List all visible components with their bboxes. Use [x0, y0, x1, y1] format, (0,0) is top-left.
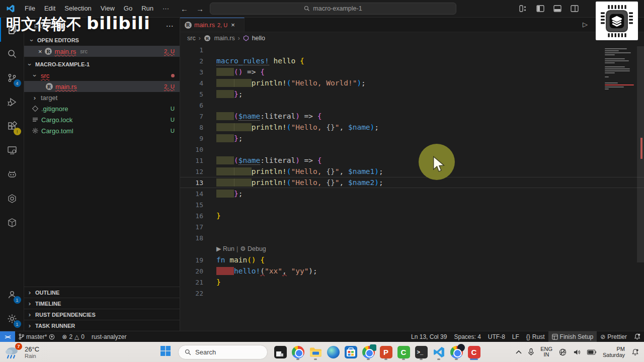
notifications-bell-item[interactable] — [630, 331, 644, 342]
breadcrumb-main-rs[interactable]: main.rs — [214, 35, 235, 42]
run-debug-icon[interactable] — [0, 90, 24, 114]
breadcrumb-hello[interactable]: hello — [252, 35, 265, 42]
nav-back-icon[interactable]: ← — [181, 5, 188, 13]
run-file-icon[interactable]: ▷ — [583, 21, 588, 28]
taskbar-app-camtasia[interactable]: C — [397, 344, 410, 360]
code-line-12[interactable]: 12 println!("Hello, {}", $name1); — [180, 166, 644, 177]
toggle-secondary-sidebar-icon[interactable] — [571, 5, 579, 12]
notification-bell-icon[interactable] — [631, 348, 639, 356]
taskbar-app-black-app[interactable] — [274, 344, 287, 360]
line-col-item[interactable]: Ln 13, Col 39 — [408, 331, 450, 342]
code-line-2[interactable]: 2macro_rules! hello { — [180, 55, 644, 66]
toggle-panel-icon[interactable] — [553, 5, 561, 12]
code-line-1[interactable]: 1 — [180, 44, 644, 55]
code-line-13[interactable]: 13 println!("Hello, {}", $name2); — [180, 177, 644, 188]
prettier-item[interactable]: ⊘ Prettier — [597, 331, 630, 342]
minimap[interactable] — [605, 46, 636, 90]
close-icon[interactable]: × — [38, 48, 42, 55]
eol-item[interactable]: LF — [509, 331, 523, 342]
search-sidebar-icon[interactable] — [0, 42, 24, 66]
extensions-icon[interactable]: ! — [0, 114, 24, 138]
open-editor-item-main-rs[interactable]: × R main.rs src 2, U — [24, 46, 180, 57]
code-line-21[interactable]: 21} — [180, 277, 644, 288]
codelens-run-link[interactable]: ▶ Run — [216, 245, 234, 252]
tree-item-mainrs[interactable]: Rmain.rs2, U — [24, 81, 180, 92]
indentation-item[interactable]: Spaces: 4 — [450, 331, 484, 342]
weather-widget[interactable]: 7 26°C Rain — [4, 344, 79, 359]
settings-gear-icon[interactable]: 1 — [0, 307, 24, 331]
project-root-header[interactable]: › MACRO-EXAMPLE-1 — [24, 59, 180, 70]
start-button[interactable] — [160, 345, 171, 358]
code-line-16[interactable]: 16} — [180, 210, 644, 221]
code-line-11[interactable]: 11 ($name:literal) => { — [180, 155, 644, 166]
code-line-14[interactable]: 14 }; — [180, 188, 644, 199]
tab-close-icon[interactable]: × — [231, 21, 235, 29]
taskbar-app-edge[interactable] — [327, 344, 340, 360]
taskbar-app-microsoft-store[interactable] — [344, 344, 357, 360]
remote-explorer-icon[interactable] — [0, 138, 24, 162]
taskbar-app-camtasia-recorder[interactable]: C — [467, 344, 480, 360]
code-line-18[interactable]: 18 — [180, 232, 644, 243]
code-line-10[interactable]: 10 — [180, 144, 644, 155]
code-line-8[interactable]: 8 println!("Hello, {}", $name); — [180, 122, 644, 133]
problems-item[interactable]: ⊗ 2 △ 0 — [58, 331, 88, 342]
microphone-icon[interactable] — [528, 348, 534, 356]
robot-extension-icon[interactable] — [0, 162, 24, 187]
taskbar-app-chrome-profile[interactable] — [450, 344, 463, 360]
speaker-icon[interactable] — [573, 349, 581, 355]
tree-item-Cargolock[interactable]: Cargo.lockU — [24, 114, 180, 125]
taskbar-app-powerpoint[interactable]: P — [379, 344, 392, 360]
accounts-icon[interactable]: 1 — [0, 283, 24, 307]
taskbar-app-chrome[interactable] — [291, 344, 304, 360]
section-rust-dependencies[interactable]: ›RUST DEPENDENCIES — [24, 309, 180, 320]
language-indicator[interactable]: ENG IN — [540, 346, 552, 357]
code-line-17[interactable]: 17 — [180, 221, 644, 232]
language-mode-item[interactable]: {} Rust — [523, 331, 548, 342]
rust-analyzer-item[interactable]: rust-analyzer — [88, 331, 130, 342]
tab-main-rs[interactable]: R main.rs 2, U × — [180, 18, 245, 32]
toggle-sidebar-icon[interactable] — [536, 5, 544, 12]
finish-setup-item[interactable]: Finish Setup — [548, 331, 597, 342]
tools-gear-icon[interactable] — [0, 187, 24, 211]
section-task-runner[interactable]: ›TASK RUNNER — [24, 320, 180, 331]
code-line-20[interactable]: 20 hello!("xx", "yy"); — [180, 265, 644, 277]
tree-item-Cargotoml[interactable]: Cargo.tomlU — [24, 125, 180, 136]
code-area[interactable]: 12macro_rules! hello {3 () => {4 println… — [180, 44, 644, 331]
tree-item-gitignore[interactable]: .gitignoreU — [24, 103, 180, 114]
remote-indicator[interactable]: >< — [0, 331, 15, 342]
code-line-22[interactable]: 22 — [180, 288, 644, 299]
tree-item-target[interactable]: ›target — [24, 92, 180, 103]
tree-item-src[interactable]: ›src — [24, 70, 180, 81]
battery-icon[interactable] — [587, 349, 596, 355]
taskbar-search[interactable]: Search — [178, 345, 268, 359]
clock[interactable]: PM Saturday — [603, 346, 625, 358]
encoding-item[interactable]: UTF-8 — [485, 331, 509, 342]
code-line-6[interactable]: 6 — [180, 100, 644, 111]
code-line-19[interactable]: 19fn main() { — [180, 254, 644, 265]
nav-forward-icon[interactable]: → — [196, 5, 204, 13]
codelens-debug-link[interactable]: ⚙ Debug — [240, 245, 266, 252]
section-outline[interactable]: ›OUTLINE — [24, 287, 180, 298]
code-line-9[interactable]: 9 }; — [180, 133, 644, 144]
command-center-search[interactable]: macro-example-1 — [210, 3, 456, 15]
code-line-7[interactable]: 7 ($name:literal) => { — [180, 111, 644, 122]
code-line-5[interactable]: 5 }; — [180, 88, 644, 100]
git-branch-item[interactable]: master* — [15, 331, 58, 342]
breadcrumb-src[interactable]: src — [187, 35, 196, 42]
network-globe-icon[interactable] — [559, 348, 567, 356]
open-editors-header[interactable]: › OPEN EDITORS — [24, 35, 180, 46]
code-line-3[interactable]: 3 () => { — [180, 66, 644, 77]
customize-layout-icon[interactable] — [519, 5, 527, 12]
menu-[interactable]: ··· — [158, 3, 174, 15]
source-control-icon[interactable]: 4 — [0, 66, 24, 90]
section-timeline[interactable]: ›TIMELINE — [24, 298, 180, 309]
taskbar-app-terminal[interactable]: >_ — [415, 344, 428, 360]
hidden-icons-chevron[interactable] — [516, 350, 522, 354]
container-box-icon[interactable] — [0, 211, 24, 235]
taskbar-app-file-explorer[interactable] — [309, 344, 322, 360]
views-more-actions-icon[interactable]: ⋯ — [166, 22, 174, 31]
taskbar-app-vscode[interactable] — [432, 344, 445, 360]
code-line-15[interactable]: 15 — [180, 199, 644, 210]
code-line-4[interactable]: 4 println!("Hello, World!"); — [180, 77, 644, 88]
taskbar-app-chrome-ext[interactable] — [362, 344, 375, 360]
